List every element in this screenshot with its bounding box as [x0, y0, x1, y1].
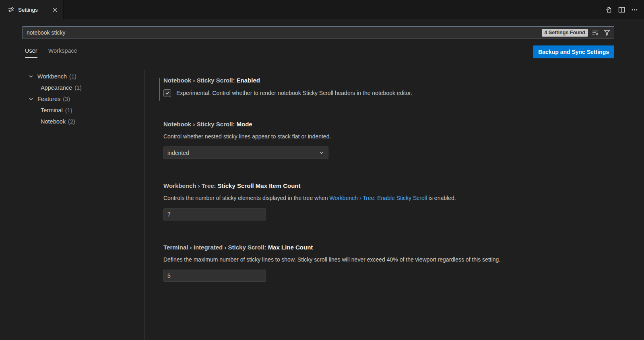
setting-label: Mode: [237, 121, 252, 128]
tab-workspace[interactable]: Workspace: [48, 47, 77, 58]
more-actions-icon[interactable]: [630, 5, 639, 14]
setting-title: Notebook › Sticky Scroll:Enabled: [163, 76, 634, 84]
setting-category: Workbench › Tree:: [163, 182, 216, 189]
setting-title: Notebook › Sticky Scroll:Mode: [163, 120, 634, 128]
description-text: Controls the number of sticky elements d…: [163, 195, 329, 201]
settings-sliders-icon: [8, 6, 14, 13]
setting-description: Experimental. Control whether to render …: [176, 89, 412, 97]
close-icon[interactable]: [50, 5, 59, 14]
setting-notebook-sticky-scroll-mode: Notebook › Sticky Scroll:Mode Control wh…: [163, 120, 634, 159]
settings-toc: Workbench (1) Appearance (1) Features (3…: [0, 70, 144, 340]
setting-notebook-sticky-scroll-enabled: Notebook › Sticky Scroll:Enabled Experim…: [163, 76, 634, 97]
enabled-checkbox[interactable]: [163, 89, 171, 97]
setting-title: Workbench › Tree:Sticky Scroll Max Item …: [163, 182, 634, 190]
toc-item-label: Terminal: [41, 107, 63, 113]
toc-item-label: Appearance: [41, 84, 72, 91]
toc-item-label: Workbench: [37, 73, 67, 80]
results-count-badge: 4 Settings Found: [542, 29, 588, 37]
editor-actions: [604, 0, 644, 19]
setting-title: Terminal › Integrated › Sticky Scroll:Ma…: [163, 243, 634, 251]
tab-user[interactable]: User: [25, 47, 37, 58]
toc-item-count: (1): [74, 84, 82, 91]
scope-bar: User Workspace Backup and Sync Settings: [0, 39, 644, 60]
mode-select[interactable]: indented: [163, 146, 328, 159]
toc-item-count: (1): [69, 73, 76, 80]
settings-editor: notebook sticky 4 Settings Found: [0, 19, 644, 340]
text-caret: [67, 29, 67, 36]
max-line-count-input[interactable]: [163, 270, 266, 282]
toc-item-appearance[interactable]: Appearance (1): [0, 82, 144, 93]
setting-category: Terminal › Integrated › Sticky Scroll:: [163, 244, 266, 251]
backup-sync-settings-button[interactable]: Backup and Sync Settings: [533, 45, 614, 58]
setting-label: Enabled: [237, 77, 260, 84]
search-value: notebook sticky: [27, 29, 66, 36]
go-to-file-icon[interactable]: [604, 5, 613, 14]
select-value: indented: [167, 150, 189, 156]
setting-reference-link[interactable]: Workbench › Tree: Enable Sticky Scroll: [329, 195, 427, 201]
modified-indicator: [159, 78, 160, 101]
description-text: is enabled.: [427, 195, 456, 201]
editor-tab-bar: Settings: [0, 0, 644, 19]
filter-icon[interactable]: [603, 28, 611, 37]
settings-search-input[interactable]: notebook sticky 4 Settings Found: [23, 26, 614, 39]
vscode-window: Settings: [0, 0, 644, 340]
setting-label: Sticky Scroll Max Item Count: [218, 182, 301, 189]
chevron-down-icon: [28, 74, 35, 79]
split-editor-icon[interactable]: [617, 5, 626, 14]
search-row: notebook sticky 4 Settings Found: [0, 19, 644, 39]
toc-item-terminal[interactable]: Terminal (1): [0, 105, 144, 116]
setting-description: Defines the maximum number of sticky lin…: [163, 256, 634, 264]
settings-list: Notebook › Sticky Scroll:Enabled Experim…: [145, 70, 644, 340]
tab-title: Settings: [18, 7, 38, 13]
setting-label: Max Line Count: [268, 244, 313, 251]
toc-item-notebook[interactable]: Notebook (2): [0, 116, 144, 127]
toc-item-count: (1): [65, 107, 72, 113]
toc-item-count: (2): [68, 118, 75, 125]
chevron-down-icon: [28, 96, 35, 102]
setting-description: Control whether nested sticky lines appe…: [163, 132, 634, 140]
toc-item-workbench[interactable]: Workbench (1): [0, 71, 144, 82]
toc-item-count: (3): [63, 96, 70, 102]
clear-search-icon[interactable]: [591, 28, 600, 37]
setting-tree-sticky-scroll-max-item-count: Workbench › Tree:Sticky Scroll Max Item …: [163, 182, 634, 220]
setting-description: Controls the number of sticky elements d…: [163, 194, 634, 202]
check-icon: [165, 90, 170, 96]
setting-category: Notebook › Sticky Scroll:: [163, 121, 235, 128]
tab-settings[interactable]: Settings: [0, 0, 64, 19]
toc-item-label: Features: [37, 96, 60, 102]
toc-item-features[interactable]: Features (3): [0, 93, 144, 105]
chevron-down-icon: [318, 150, 324, 156]
setting-category: Notebook › Sticky Scroll:: [163, 77, 235, 84]
setting-terminal-sticky-scroll-max-line-count: Terminal › Integrated › Sticky Scroll:Ma…: [163, 243, 634, 282]
settings-body: Workbench (1) Appearance (1) Features (3…: [0, 70, 644, 340]
toc-item-label: Notebook: [41, 118, 66, 125]
max-item-count-input[interactable]: [163, 208, 266, 220]
